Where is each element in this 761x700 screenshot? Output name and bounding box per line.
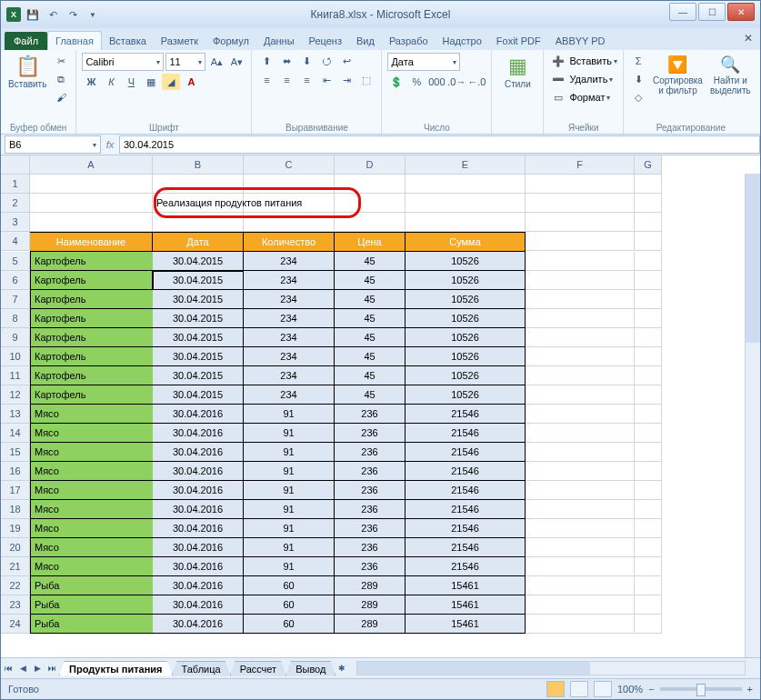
table-cell[interactable]: 45 <box>335 290 406 309</box>
row-header-15[interactable]: 15 <box>1 443 30 462</box>
minimize-button[interactable]: — <box>669 3 696 21</box>
cell[interactable] <box>635 500 662 519</box>
cell[interactable] <box>406 175 526 194</box>
cell[interactable] <box>526 290 635 309</box>
table-cell[interactable]: 30.04.2016 <box>153 576 244 595</box>
table-cell[interactable]: 30.04.2016 <box>153 615 244 634</box>
table-cell[interactable]: 45 <box>335 385 406 405</box>
table-cell[interactable]: 236 <box>335 481 406 500</box>
cell[interactable] <box>635 290 662 309</box>
table-cell[interactable]: 60 <box>244 576 335 595</box>
cell[interactable] <box>635 194 662 213</box>
align-top-icon[interactable]: ⬆ <box>257 53 275 69</box>
table-cell-name[interactable]: Мясо <box>30 519 153 538</box>
underline-button[interactable]: Ч <box>122 74 140 90</box>
table-cell[interactable]: 10526 <box>406 252 526 271</box>
table-cell[interactable]: 30.04.2016 <box>153 405 244 424</box>
table-header[interactable]: Цена <box>335 232 406 252</box>
row-header-4[interactable]: 4 <box>1 232 30 251</box>
grow-font-icon[interactable]: A▴ <box>207 54 225 70</box>
table-cell[interactable]: 30.04.2015 <box>153 309 244 328</box>
tab-foxit[interactable]: Foxit PDF <box>489 32 548 50</box>
zoom-slider[interactable] <box>660 687 742 691</box>
table-cell[interactable]: 21546 <box>406 443 526 462</box>
row-header-2[interactable]: 2 <box>1 194 30 213</box>
cell[interactable] <box>635 385 662 405</box>
italic-button[interactable]: К <box>102 74 120 90</box>
table-cell[interactable]: 236 <box>335 462 406 481</box>
table-cell[interactable]: 15461 <box>406 595 526 615</box>
cell[interactable] <box>635 615 662 634</box>
table-cell[interactable]: 30.04.2016 <box>153 443 244 462</box>
row-header-9[interactable]: 9 <box>1 328 30 347</box>
tab-layout[interactable]: Разметк <box>154 32 205 50</box>
table-cell[interactable]: 234 <box>244 328 335 347</box>
cell[interactable] <box>244 175 335 194</box>
table-cell-name[interactable]: Картофель <box>30 328 153 347</box>
table-cell[interactable]: 15461 <box>406 615 526 634</box>
table-cell[interactable]: 45 <box>335 309 406 328</box>
table-cell[interactable]: 234 <box>244 271 335 290</box>
row-header-5[interactable]: 5 <box>1 252 30 271</box>
cell[interactable] <box>526 366 635 385</box>
row-header-24[interactable]: 24 <box>1 615 30 634</box>
cell[interactable] <box>635 538 662 557</box>
copy-icon[interactable]: ⧉ <box>52 71 70 87</box>
cell[interactable] <box>335 213 406 232</box>
table-cell-name[interactable]: Мясо <box>30 557 153 576</box>
qat-dropdown-icon[interactable]: ▼ <box>85 6 101 23</box>
cell[interactable] <box>635 328 662 347</box>
table-cell[interactable]: 21546 <box>406 462 526 481</box>
cell[interactable] <box>526 405 635 424</box>
tab-home[interactable]: Главная <box>47 31 102 50</box>
table-cell[interactable]: 30.04.2016 <box>153 462 244 481</box>
view-layout-icon[interactable] <box>570 681 588 697</box>
table-cell[interactable]: 91 <box>244 500 335 519</box>
table-cell[interactable]: 30.04.2015 <box>153 366 244 385</box>
cell[interactable] <box>526 462 635 481</box>
close-button[interactable]: ✕ <box>727 3 755 21</box>
cell[interactable] <box>635 405 662 424</box>
format-painter-icon[interactable]: 🖌 <box>52 89 70 105</box>
shrink-font-icon[interactable]: A▾ <box>227 54 245 70</box>
tab-addins[interactable]: Надстро <box>436 32 489 50</box>
table-cell[interactable]: 91 <box>244 519 335 538</box>
table-cell-name[interactable]: Картофель <box>30 252 153 271</box>
table-cell[interactable]: 10526 <box>406 366 526 385</box>
table-cell[interactable]: 91 <box>244 538 335 557</box>
table-cell-name[interactable]: Картофель <box>30 385 153 405</box>
cell[interactable] <box>526 500 635 519</box>
wrap-text-icon[interactable]: ↩ <box>337 53 355 69</box>
table-cell[interactable]: 10526 <box>406 328 526 347</box>
cell[interactable] <box>635 175 662 194</box>
sheet-title-cell[interactable]: Реализация продуктов питания <box>153 194 244 213</box>
sheet-tab-2[interactable]: Рассчет <box>230 661 287 676</box>
table-cell[interactable]: 60 <box>244 615 335 634</box>
table-header[interactable]: Дата <box>153 232 244 252</box>
find-select-button[interactable]: 🔍 Найти и выделить <box>708 53 753 97</box>
undo-icon[interactable]: ↶ <box>45 6 61 23</box>
row-header-11[interactable]: 11 <box>1 366 30 385</box>
col-header-D[interactable]: D <box>335 155 406 175</box>
table-cell[interactable]: 10526 <box>406 290 526 309</box>
col-header-F[interactable]: F <box>526 155 635 175</box>
cell[interactable] <box>526 385 635 405</box>
cell[interactable] <box>153 175 244 194</box>
cell[interactable] <box>526 252 635 271</box>
cell[interactable] <box>635 424 662 443</box>
table-cell-name[interactable]: Мясо <box>30 462 153 481</box>
table-cell[interactable]: 30.04.2015 <box>153 385 244 405</box>
sheet-tab-3[interactable]: Вывод <box>285 661 335 676</box>
cell[interactable] <box>526 615 635 634</box>
table-cell[interactable]: 91 <box>244 424 335 443</box>
row-header-17[interactable]: 17 <box>1 481 30 500</box>
col-header-G[interactable]: G <box>635 155 662 175</box>
cell[interactable] <box>635 366 662 385</box>
maximize-button[interactable]: ☐ <box>698 3 726 21</box>
sheet-nav-next-icon[interactable]: ▶ <box>30 660 45 676</box>
cell[interactable] <box>635 347 662 366</box>
cell[interactable] <box>244 213 335 232</box>
autosum-icon[interactable]: Σ <box>629 53 647 69</box>
row-header-23[interactable]: 23 <box>1 595 30 615</box>
table-cell[interactable]: 45 <box>335 252 406 271</box>
